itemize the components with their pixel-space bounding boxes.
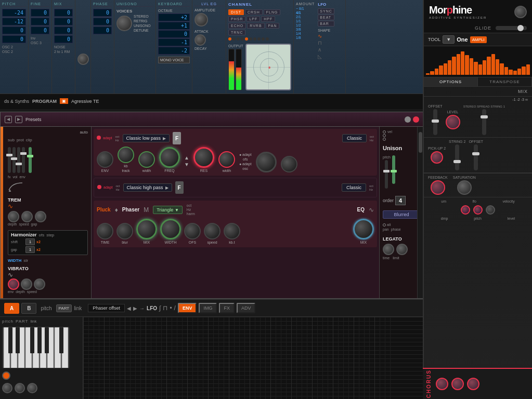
offset-thumb[interactable]	[432, 119, 439, 123]
pickup2-knob[interactable]	[431, 151, 443, 164]
offset-slider[interactable]	[433, 109, 437, 135]
blur-knob[interactable]	[116, 223, 133, 240]
tiny-knob-3[interactable]	[486, 205, 495, 215]
shape-tri[interactable]: ∧	[318, 47, 334, 52]
gap-val[interactable]: 1	[25, 246, 35, 253]
res-knob-f1[interactable]	[193, 147, 214, 168]
ofs-bot-knob[interactable]	[184, 223, 201, 240]
attack-knob[interactable]	[194, 34, 206, 46]
tool-select-btn[interactable]: ▼	[443, 35, 455, 44]
classic-label-1[interactable]: Classic	[342, 134, 367, 142]
depth-knob-trem[interactable]	[8, 211, 19, 222]
path-prev[interactable]: ◀	[127, 305, 131, 311]
mono-voice-btn[interactable]: MONO VOICE	[158, 57, 190, 63]
transpose-tab[interactable]: TRANSPOSE	[478, 77, 532, 86]
piano-knob-3[interactable]	[27, 383, 37, 393]
lpf-btn[interactable]: LPF	[246, 16, 260, 22]
stereo-slider[interactable]	[482, 109, 486, 135]
morphine-main-knob[interactable]	[514, 6, 527, 18]
dist-btn[interactable]: DIST	[228, 9, 244, 15]
freq-down-btn[interactable]: ▼	[184, 162, 189, 167]
freq-knob-f1[interactable]	[159, 147, 180, 168]
rvrb-btn[interactable]: RVRB	[247, 23, 264, 29]
width-bot-knob[interactable]	[160, 219, 181, 240]
beat-btn[interactable]: BEAT	[318, 15, 334, 20]
kbtrack-knob-f1[interactable]	[118, 147, 134, 163]
depth-knob-vibrato[interactable]	[21, 278, 32, 290]
kbt-bot-knob[interactable]	[224, 223, 240, 240]
time-knob[interactable]	[97, 223, 113, 240]
pitch-slider[interactable]	[385, 160, 388, 189]
slider-3[interactable]	[17, 147, 20, 173]
string2-thumb[interactable]	[453, 160, 461, 163]
preset-next-btn[interactable]: ▶	[15, 116, 22, 123]
bar-btn[interactable]: BAR	[318, 21, 334, 26]
width-knob-f1[interactable]	[138, 151, 155, 168]
close-btn[interactable]	[413, 116, 419, 123]
sync-btn[interactable]: SYNC	[318, 8, 334, 14]
slider-5[interactable]	[29, 147, 32, 173]
mix-bot-knob[interactable]	[136, 219, 157, 240]
eq-mix-knob[interactable]	[353, 219, 374, 240]
speed-bot-knob[interactable]	[204, 223, 220, 240]
env-knob-f1[interactable]	[97, 151, 113, 168]
tab-a-btn[interactable]: A	[4, 303, 19, 314]
speed-knob-vibrato[interactable]	[34, 278, 45, 290]
trnc-btn[interactable]: TRNC	[228, 30, 245, 35]
tiny-knob-2[interactable]	[473, 205, 483, 215]
order-val[interactable]: 4	[395, 196, 406, 205]
knob-r2-main[interactable]	[281, 156, 297, 172]
chorus-knob-3[interactable]	[467, 378, 479, 390]
phsr-btn[interactable]: PHSR	[228, 16, 245, 22]
scrollbar-thumb[interactable]	[419, 132, 422, 153]
shape-saw[interactable]: ◺	[318, 54, 334, 59]
slider-1[interactable]	[8, 147, 11, 173]
knob-r1-main[interactable]	[256, 152, 277, 172]
blurred-btn[interactable]: Blurred	[383, 210, 420, 219]
voices-knob[interactable]	[116, 16, 132, 31]
fx-btn[interactable]: FX	[219, 303, 235, 313]
glide-thumb[interactable]	[517, 25, 524, 31]
amplitude-knob[interactable]	[194, 13, 208, 26]
preset-prev-btn[interactable]: ◀	[5, 116, 12, 123]
pan-btn[interactable]: PAN	[266, 23, 280, 29]
env-knob-vibrato[interactable]	[8, 278, 19, 290]
glide-slider[interactable]	[496, 26, 527, 30]
shape-square[interactable]: ⊓	[318, 40, 334, 46]
chorus-knob-2[interactable]	[451, 378, 464, 390]
shape-sine[interactable]: ∿	[318, 33, 334, 39]
shift-val[interactable]: 1	[25, 238, 35, 245]
level-knob[interactable]	[446, 115, 460, 129]
time-knob-legato[interactable]	[383, 244, 394, 255]
path-next[interactable]: ▶	[133, 305, 137, 311]
piano-knob-2[interactable]	[15, 383, 25, 393]
options-tab[interactable]: OPTIONS	[424, 77, 478, 86]
crsh-btn[interactable]: CRSH	[245, 9, 263, 15]
adv-btn[interactable]: ADV	[237, 303, 256, 313]
echo-btn[interactable]: ECHO	[228, 23, 246, 29]
feedback-knob[interactable]	[431, 180, 445, 195]
offset2-thumb[interactable]	[472, 152, 479, 155]
env-btn[interactable]: ENV	[178, 303, 197, 313]
filter2-type-btn[interactable]: Classic high pass ▶	[123, 183, 172, 192]
string2-slider[interactable]	[455, 144, 459, 170]
tab-b-btn[interactable]: B	[21, 303, 36, 314]
chorus-knob-1[interactable]	[436, 378, 448, 390]
triangle-btn[interactable]: Triangle ▼	[153, 206, 183, 214]
stereo-thumb[interactable]	[481, 115, 488, 118]
limit-knob-legato[interactable]	[396, 244, 408, 255]
img-btn[interactable]: IMG	[199, 303, 217, 313]
tiny-knob-1[interactable]	[461, 205, 470, 215]
minimize-btn[interactable]	[405, 116, 411, 123]
slider-4[interactable]	[22, 147, 25, 173]
speed-knob-trem[interactable]	[21, 211, 33, 222]
saturation-knob[interactable]	[457, 180, 472, 195]
offset2-slider[interactable]	[474, 144, 478, 170]
width2-knob-f1[interactable]	[218, 151, 235, 168]
pitch-slider-2[interactable]	[392, 155, 395, 184]
gap-knob-trem[interactable]	[35, 211, 46, 222]
slider-2[interactable]	[12, 147, 16, 173]
piano-knob-1[interactable]	[2, 383, 12, 393]
hpf-btn[interactable]: HPF	[261, 16, 275, 22]
mix-knob-top[interactable]	[77, 54, 89, 65]
